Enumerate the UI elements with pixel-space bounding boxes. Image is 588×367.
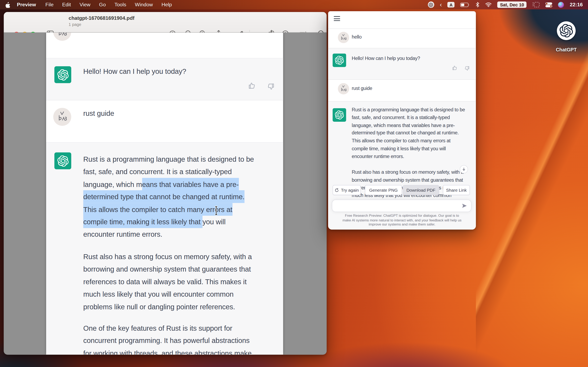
text-line: problems like null or dangling pointer r… — [83, 300, 252, 313]
thumbs-up-icon[interactable] — [248, 81, 257, 90]
generate-png-button[interactable]: Generate PNG — [365, 185, 402, 195]
wifi-icon[interactable] — [485, 2, 492, 7]
text-line: concurrent programming. It has powerful … — [83, 334, 251, 347]
chatgpt-avatar — [333, 108, 346, 122]
wallpaper-ridge — [476, 9, 588, 367]
pdf-paragraph-1: Rust is a programming language that is d… — [83, 153, 254, 241]
text-line: for working with threads, and these abst… — [83, 347, 251, 355]
text-line: compile time, making it less likely that… — [352, 145, 465, 152]
thumbs-down-icon[interactable] — [463, 65, 470, 72]
text-line: language, which means that variables hav… — [83, 178, 254, 191]
text-line: Rust is a programming language that is d… — [83, 153, 254, 166]
pdf-page[interactable]: Hello! How can I help you today? rust gu… — [46, 33, 283, 355]
divider — [328, 29, 476, 29]
chatgpt-avatar — [333, 54, 346, 67]
selected-text: compile time, making it less likely that — [83, 215, 203, 228]
bluetooth-icon[interactable] — [476, 2, 480, 8]
user-avatar — [53, 33, 71, 41]
user-avatar — [338, 83, 349, 94]
chatgpt-status-icon[interactable] — [428, 1, 434, 8]
menu-item-preview[interactable]: Preview — [17, 2, 36, 8]
window-title: chatgpt-1670681691904.pdf — [69, 15, 135, 21]
text-line: compile time, making it less likely that… — [83, 216, 254, 228]
menu-item-window[interactable]: Window — [135, 2, 153, 8]
preview-content-area[interactable]: Hello! How can I help you today? rust gu… — [4, 33, 327, 355]
text-line: borrowing and ownership system that guar… — [83, 263, 252, 275]
selected-text: determined type that cannot be changed a… — [83, 190, 245, 203]
preview-window: chatgpt-1670681691904.pdf 1 page — [4, 12, 327, 355]
apple-menu[interactable] — [5, 1, 10, 8]
text-line: fast, safe, and concurrent. It is a stat… — [352, 114, 465, 122]
user-prompt: rust guide — [83, 109, 114, 117]
siri-icon[interactable] — [558, 2, 564, 8]
menu-item-help[interactable]: Help — [162, 2, 172, 8]
share-link-button[interactable]: Share Link — [443, 185, 470, 195]
chatgpt-window: hello Hello! How can I help you today? r… — [328, 11, 476, 230]
control-center-icon[interactable] — [545, 2, 553, 7]
selected-text: This allows the compiler to catch many e… — [83, 203, 232, 216]
text-line: borrowing and ownership system that guar… — [352, 176, 463, 184]
user-message: rust guide — [352, 85, 372, 91]
menu-item-edit[interactable]: Edit — [62, 2, 71, 8]
hamburger-menu-icon[interactable] — [334, 16, 340, 22]
text-line: Rust also has a strong focus on memory s… — [83, 250, 252, 263]
window-subtitle: 1 page — [69, 22, 81, 26]
text-line: encounter runtime errors. — [352, 152, 465, 160]
send-icon[interactable] — [462, 203, 467, 209]
text-line: language, which means that variables hav… — [352, 122, 465, 129]
ibeam-cursor — [214, 206, 220, 216]
chatgpt-desktop-icon[interactable] — [557, 21, 576, 40]
chat-footer-disclaimer: Free Research Preview: ChatGPT is optimi… — [333, 214, 471, 227]
desktop-icon-label[interactable]: ChatGPT — [548, 47, 585, 53]
menu-clock[interactable]: 22:16 — [570, 2, 583, 8]
assistant-greeting: Hello! How can I help you today? — [83, 67, 186, 76]
menu-date[interactable]: Sat, Dec 10 — [497, 1, 527, 8]
menu-item-go[interactable]: Go — [99, 2, 106, 8]
chatgpt-avatar — [54, 66, 71, 83]
download-pdf-button[interactable]: Download PDF — [403, 185, 439, 195]
refresh-icon — [335, 188, 339, 192]
text-line: fast, safe, and concurrent. It is a stat… — [83, 166, 254, 178]
text-line: references to data will always be valid.… — [83, 275, 252, 288]
stage-manager-icon[interactable] — [532, 2, 540, 8]
text-line: Rust also has a strong focus on memory s… — [352, 169, 463, 176]
menu-bar: Preview File Edit View Go Tools Window H… — [0, 0, 588, 9]
pdf-paragraph-2: Rust also has a strong focus on memory s… — [83, 250, 252, 313]
text-line: One of the key features of Rust is its s… — [83, 322, 251, 334]
thumbs-up-icon[interactable] — [452, 65, 458, 71]
menu-item-tools[interactable]: Tools — [114, 2, 126, 8]
text-line: This allows the compiler to catch many e… — [83, 203, 254, 216]
chevron-left-icon[interactable]: ‹ — [440, 3, 442, 7]
text-line: encounter runtime errors. — [83, 228, 254, 241]
menu-item-view[interactable]: View — [80, 2, 90, 8]
input-source-icon[interactable]: A — [448, 2, 455, 8]
chatgpt-avatar — [54, 152, 71, 169]
menu-item-file[interactable]: File — [45, 2, 53, 8]
apple-icon — [5, 1, 10, 8]
user-message: hello — [352, 34, 362, 40]
try-again-button[interactable]: Try again — [333, 185, 361, 195]
pdf-paragraph-3: One of the key features of Rust is its s… — [83, 322, 251, 355]
assistant-greeting: Hello! How can I help you today? — [352, 55, 420, 61]
text-line: Rust is a programming language that is d… — [352, 106, 465, 114]
assistant-message-row — [328, 48, 476, 80]
user-avatar — [53, 108, 71, 126]
chat-response-paragraph-1: Rust is a programming language that is d… — [352, 106, 465, 160]
selected-text: eans that variables have a pre- — [142, 178, 239, 191]
thumbs-down-icon[interactable] — [266, 82, 275, 91]
text-line: determined type that cannot be changed a… — [352, 129, 465, 137]
battery-icon[interactable] — [460, 2, 470, 7]
assistant-message-row — [46, 58, 283, 100]
text-line: much less likely that you will encounter… — [83, 288, 252, 300]
text-line: Free Research Preview: ChatGPT is optimi… — [333, 214, 471, 218]
text-line: improve our systems and make them safer. — [333, 222, 471, 227]
chat-input[interactable] — [332, 200, 471, 212]
preview-title-bar[interactable]: chatgpt-1670681691904.pdf 1 page — [4, 12, 327, 33]
text-line: determined type that cannot be changed a… — [83, 191, 254, 203]
desktop: Preview File Edit View Go Tools Window H… — [0, 0, 588, 367]
user-avatar — [338, 32, 349, 43]
text-line: This allows the compiler to catch many e… — [352, 137, 465, 145]
scroll-to-bottom-button[interactable] — [460, 165, 468, 173]
text-line: make AI systems more natural to interact… — [333, 218, 471, 222]
